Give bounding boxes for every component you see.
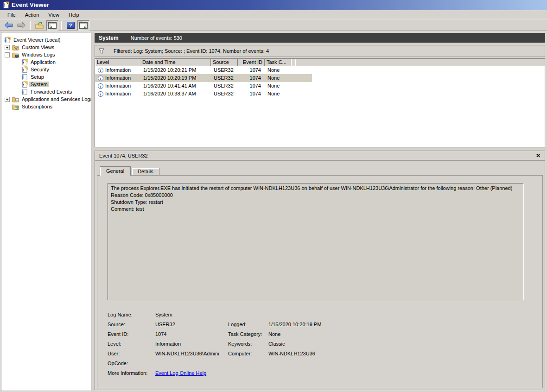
tree-item-setup[interactable]: Setup (1, 73, 91, 81)
information-icon: i (98, 68, 103, 73)
help-icon: ? (67, 22, 75, 29)
field-value-level: Information (155, 341, 228, 347)
tree-item-application[interactable]: Application (1, 58, 91, 66)
event-list: Level Date and Time Source Event ID Task… (95, 58, 545, 147)
menu-file[interactable]: File (3, 11, 20, 19)
back-button[interactable] (2, 20, 14, 31)
tree-item-system[interactable]: System (1, 81, 91, 88)
field-label-more-information: More Information: (108, 370, 155, 376)
tree-item-windows-logs[interactable]: - Windows Logs (1, 51, 91, 58)
field-label-user: User: (108, 351, 155, 356)
content-area: Event Viewer (Local) + Custom Views - Wi… (0, 31, 547, 392)
log-icon (21, 74, 28, 81)
console-tree: Event Viewer (Local) + Custom Views - Wi… (1, 32, 91, 391)
column-header-filler (295, 59, 545, 66)
field-label-logged: Logged: (228, 322, 268, 327)
event-properties: Log Name: System Source: USER32 Logged: … (108, 310, 524, 378)
tree-item-forwarded-events[interactable]: Forwarded Events (1, 88, 91, 95)
information-icon: i (98, 76, 103, 81)
table-row[interactable]: iInformation 1/16/2020 10:41:41 AM USER3… (95, 82, 545, 90)
column-header-blank (291, 59, 295, 66)
show-hide-action-pane-button[interactable] (77, 20, 89, 31)
table-row[interactable]: iInformation 1/16/2020 10:38:37 AM USER3… (95, 90, 545, 98)
show-hide-console-tree-button[interactable] (46, 20, 58, 31)
menu-bar: File Action View Help (0, 10, 547, 19)
field-label-computer: Computer: (228, 351, 268, 356)
column-header-task-category[interactable]: Task C... (265, 59, 291, 66)
filter-summary: Filtered: Log: System; Source: ; Event I… (114, 48, 269, 54)
general-tab-panel: The process Explorer.EXE has initiated t… (97, 175, 543, 388)
results-pane: System Number of events: 530 Filtered: L… (95, 32, 545, 391)
event-list-header: Level Date and Time Source Event ID Task… (95, 59, 545, 66)
field-label-opcode: OpCode: (108, 360, 155, 366)
console-tree-icon (48, 22, 57, 29)
tree-item-security[interactable]: Security (1, 66, 91, 73)
expand-icon[interactable]: + (5, 97, 10, 102)
log-name: System (99, 35, 119, 41)
help-button[interactable]: ? (64, 20, 76, 31)
preview-pane-title: Event 1074, USER32 (99, 153, 148, 158)
column-header-date-and-time[interactable]: Date and Time (140, 59, 211, 66)
open-saved-log-icon (35, 22, 44, 29)
menu-help[interactable]: Help (64, 11, 84, 19)
column-header-source[interactable]: Source (211, 59, 238, 66)
table-row-selected[interactable]: iInformation 1/15/2020 10:20:19 PM USER3… (95, 74, 545, 82)
open-saved-log-button[interactable] (33, 20, 45, 31)
event-log-online-help-link[interactable]: Event Log Online Help (155, 370, 206, 376)
tree-item-subscriptions[interactable]: Subscriptions (1, 103, 91, 110)
forward-button[interactable] (15, 20, 27, 31)
field-label-task-category: Task Category: (228, 331, 268, 337)
field-value-task-category: None (268, 331, 524, 337)
back-arrow-icon (4, 22, 13, 29)
preview-pane-header: Event 1074, USER32 ✕ (95, 151, 545, 161)
field-value-computer: WIN-NDKLH123U36 (268, 351, 524, 356)
log-alert-icon (21, 66, 28, 73)
tab-general[interactable]: General (100, 166, 131, 176)
field-label-keywords: Keywords: (228, 341, 268, 347)
field-value-user: WIN-NDKLH123U36\Admini (155, 351, 228, 356)
column-header-event-id[interactable]: Event ID (238, 59, 265, 66)
filter-funnel-icon (98, 48, 105, 54)
event-description[interactable]: The process Explorer.EXE has initiated t… (108, 183, 524, 300)
title-bar: Event Viewer (0, 0, 547, 10)
tree-item-custom-views[interactable]: + Custom Views (1, 44, 91, 51)
information-icon: i (98, 83, 103, 89)
log-header-bar: System Number of events: 530 (95, 33, 545, 43)
custom-views-folder-icon (12, 44, 19, 51)
menu-action[interactable]: Action (20, 11, 44, 19)
field-value-keywords: Classic (268, 341, 524, 347)
folder-icon (12, 96, 19, 103)
field-label-level: Level: (108, 341, 155, 347)
toolbar-separator (30, 21, 31, 30)
action-pane-icon (79, 22, 88, 29)
event-count: Number of events: 530 (131, 35, 182, 41)
log-alert-icon (21, 81, 28, 88)
event-log-icon (4, 37, 11, 44)
table-row[interactable]: iInformation 1/15/2020 10:20:21 PM USER3… (95, 66, 545, 74)
windows-logs-folder-icon (12, 51, 19, 58)
close-icon[interactable]: ✕ (536, 152, 541, 159)
expand-icon[interactable]: + (5, 45, 10, 50)
log-icon (21, 89, 28, 95)
event-viewer-app-icon (2, 1, 9, 9)
field-value-source: USER32 (155, 322, 228, 327)
field-label-log-name: Log Name: (108, 312, 155, 317)
field-label-event-id: Event ID: (108, 331, 155, 337)
toolbar-separator (61, 21, 62, 30)
log-alert-icon (21, 59, 28, 66)
toolbar: ? (0, 19, 547, 31)
tree-item-event-viewer-local[interactable]: Event Viewer (Local) (1, 36, 91, 44)
subscriptions-folder-icon (12, 103, 19, 110)
information-icon: i (98, 91, 103, 97)
collapse-icon[interactable]: - (5, 52, 10, 57)
vertical-splitter[interactable] (91, 32, 95, 391)
window-title: Event Viewer (12, 1, 49, 8)
tree-item-applications-and-services-logs[interactable]: + Applications and Services Logs (1, 95, 91, 103)
tab-details[interactable]: Details (132, 168, 159, 175)
forward-arrow-icon (17, 22, 26, 29)
column-header-level[interactable]: Level (95, 59, 140, 66)
menu-view[interactable]: View (44, 11, 64, 19)
field-label-source: Source: (108, 322, 155, 327)
preview-pane: Event 1074, USER32 ✕ General Details The… (95, 151, 545, 390)
field-value-event-id: 1074 (155, 331, 228, 337)
